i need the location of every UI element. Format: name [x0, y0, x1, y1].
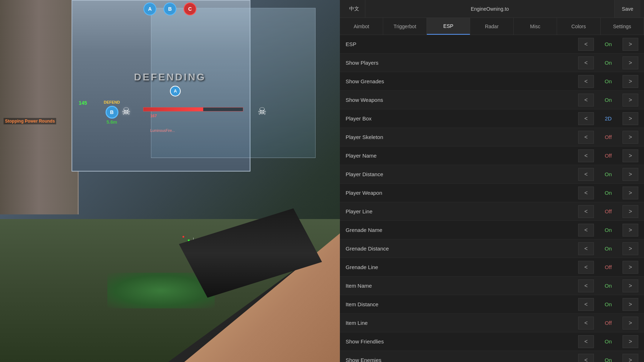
objective-c: C	[184, 3, 196, 15]
setting-controls: <2D>	[578, 112, 638, 125]
increase-button[interactable]: >	[623, 56, 638, 69]
objective-b: B	[164, 3, 176, 15]
setting-value: On	[594, 338, 623, 344]
setting-controls: <On>	[578, 56, 638, 69]
tab-settings[interactable]: Settings	[601, 18, 644, 35]
setting-value: On	[594, 60, 623, 66]
language-button[interactable]: 中文	[343, 0, 365, 18]
setting-value: On	[594, 227, 623, 233]
setting-value: On	[594, 41, 623, 47]
increase-button[interactable]: >	[623, 261, 638, 274]
decrease-button[interactable]: <	[578, 317, 594, 329]
setting-controls: <Off>	[578, 131, 638, 144]
decrease-button[interactable]: <	[578, 205, 594, 218]
setting-controls: <On>	[578, 279, 638, 292]
increase-button[interactable]: >	[623, 112, 638, 125]
enemy-label: 167	[150, 114, 157, 118]
setting-controls: <Off>	[578, 149, 638, 162]
increase-button[interactable]: >	[623, 279, 638, 292]
enemy-bar-area: 167 LuminousFire...	[132, 107, 258, 150]
enemy-hp-fill	[143, 108, 203, 111]
setting-row-show-grenades: Show Grenades<On>	[340, 72, 644, 91]
decrease-button[interactable]: <	[578, 38, 594, 51]
decrease-button[interactable]: <	[578, 298, 594, 311]
setting-label: Show Friendlies	[346, 338, 578, 344]
increase-button[interactable]: >	[623, 335, 638, 348]
setting-label: Player Name	[346, 153, 578, 159]
setting-value: Off	[594, 264, 623, 270]
setting-controls: <On>	[578, 187, 638, 199]
setting-label: Item Line	[346, 320, 578, 326]
setting-row-show-friendlies: Show Friendlies<On>	[340, 332, 644, 351]
tab-radar[interactable]: Radar	[470, 18, 513, 35]
decrease-button[interactable]: <	[578, 354, 594, 362]
increase-button[interactable]: >	[623, 187, 638, 199]
setting-row-player-line: Player Line<Off>	[340, 202, 644, 221]
tab-colors[interactable]: Colors	[557, 18, 600, 35]
setting-label: Item Name	[346, 283, 578, 289]
increase-button[interactable]: >	[623, 149, 638, 162]
decrease-button[interactable]: <	[578, 168, 594, 181]
setting-controls: <Off>	[578, 317, 638, 329]
setting-controls: <On>	[578, 224, 638, 237]
stopping-power-text: Stopping Power Rounds	[4, 118, 56, 124]
setting-label: Player Box	[346, 115, 578, 122]
setting-value: 2D	[594, 115, 623, 122]
increase-button[interactable]: >	[623, 224, 638, 237]
tab-triggerbot[interactable]: Triggerbot	[383, 18, 426, 35]
setting-value: Off	[594, 208, 623, 214]
increase-button[interactable]: >	[623, 354, 638, 362]
setting-label: Item Distance	[346, 301, 578, 307]
setting-label: Player Skeleton	[346, 134, 578, 140]
decrease-button[interactable]: <	[578, 112, 594, 125]
decrease-button[interactable]: <	[578, 224, 594, 237]
save-button[interactable]: Save	[614, 0, 640, 18]
setting-controls: <On>	[578, 94, 638, 106]
setting-controls: <Off>	[578, 261, 638, 274]
decrease-button[interactable]: <	[578, 279, 594, 292]
setting-controls: <On>	[578, 75, 638, 88]
decrease-button[interactable]: <	[578, 94, 594, 106]
increase-button[interactable]: >	[623, 168, 638, 181]
decrease-button[interactable]: <	[578, 187, 594, 199]
increase-button[interactable]: >	[623, 242, 638, 255]
setting-controls: <On>	[578, 298, 638, 311]
building-left	[0, 0, 79, 214]
setting-value: On	[594, 190, 623, 196]
setting-controls: <On>	[578, 335, 638, 348]
setting-value: On	[594, 97, 623, 103]
decrease-button[interactable]: <	[578, 242, 594, 255]
defending-text: DEFENDING	[134, 71, 206, 83]
enemy-name: LuminousFire...	[150, 129, 175, 133]
setting-label: Show Grenades	[346, 78, 578, 84]
setting-controls: <On>	[578, 38, 638, 51]
increase-button[interactable]: >	[623, 75, 638, 88]
increase-button[interactable]: >	[623, 205, 638, 218]
increase-button[interactable]: >	[623, 298, 638, 311]
decrease-button[interactable]: <	[578, 75, 594, 88]
tab-aimbot[interactable]: Aimbot	[340, 18, 383, 35]
decrease-button[interactable]: <	[578, 261, 594, 274]
setting-row-show-enemies: Show Enemies<On>	[340, 351, 644, 362]
tab-bar: Aimbot Triggerbot ESP Radar Misc Colors …	[340, 18, 644, 35]
setting-value: On	[594, 171, 623, 177]
setting-row-item-name: Item Name<On>	[340, 277, 644, 295]
obj-b-map: B	[106, 106, 118, 119]
increase-button[interactable]: >	[623, 94, 638, 106]
increase-button[interactable]: >	[623, 131, 638, 144]
decrease-button[interactable]: <	[578, 131, 594, 144]
increase-button[interactable]: >	[623, 38, 638, 51]
decrease-button[interactable]: <	[578, 149, 594, 162]
setting-label: Show Players	[346, 60, 578, 66]
decrease-button[interactable]: <	[578, 56, 594, 69]
health-area: 145	[79, 100, 87, 106]
health-value: 145	[79, 100, 87, 106]
site-label: EngineOwning.to	[365, 6, 614, 12]
tab-esp[interactable]: ESP	[427, 18, 470, 35]
setting-row-player-skeleton: Player Skeleton<Off>	[340, 128, 644, 147]
increase-button[interactable]: >	[623, 317, 638, 329]
skull-icon-1: ☠	[122, 105, 131, 117]
setting-row-grenade-distance: Grenade Distance<On>	[340, 239, 644, 258]
decrease-button[interactable]: <	[578, 335, 594, 348]
tab-misc[interactable]: Misc	[514, 18, 557, 35]
